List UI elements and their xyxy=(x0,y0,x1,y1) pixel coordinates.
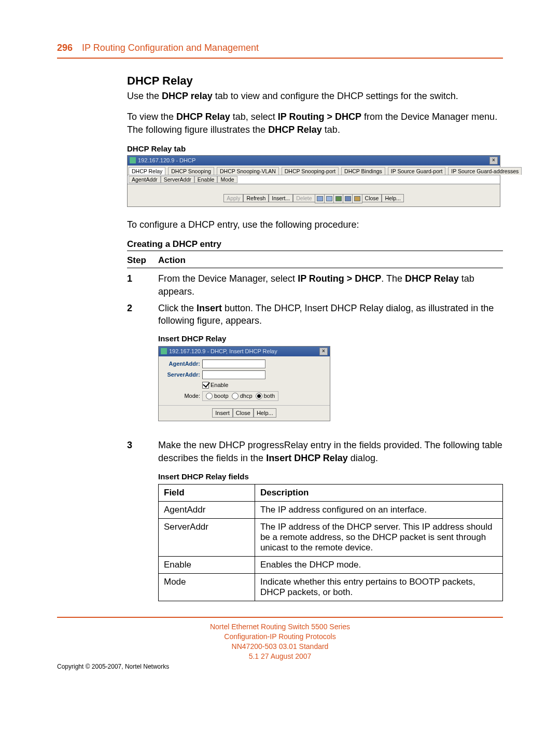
intro-para-3: To configure a DHCP entry, use the follo… xyxy=(127,218,503,231)
field-desc: Indicate whether this entry pertains to … xyxy=(255,574,502,601)
step-number: 3 xyxy=(127,439,158,601)
th-description: Description xyxy=(255,485,502,502)
tab-dhcp-bindings[interactable]: DHCP Bindings xyxy=(341,167,385,175)
step-2: 2 Click the Insert button. The DHCP, Ins… xyxy=(127,302,503,435)
table-row: AgentAddr The IP address configured on a… xyxy=(159,502,503,519)
footer-line-4: 5.1 27 August 2007 xyxy=(57,652,503,661)
tab-ip-source-guard-addresses[interactable]: IP Source Guard-addresses xyxy=(448,167,522,175)
export-icon[interactable] xyxy=(343,194,353,203)
refresh-button[interactable]: Refresh xyxy=(243,194,269,202)
chapter-title: IP Routing Configuration and Management xyxy=(82,43,259,53)
figure-caption: DHCP Relay tab xyxy=(127,144,503,153)
text: IP Routing > DHCP xyxy=(298,273,381,284)
radio-bootp-label: bootp xyxy=(214,393,229,399)
tab-dhcp-snooping-port[interactable]: DHCP Snooping-port xyxy=(282,167,339,175)
tab-dhcp-snooping-vlan[interactable]: DHCP Snooping-VLAN xyxy=(217,167,279,175)
radio-both[interactable] xyxy=(256,393,262,399)
text: To view the xyxy=(127,112,176,122)
th-field: Field xyxy=(159,485,255,502)
col-agentaddr[interactable]: AgentAddr xyxy=(129,176,161,183)
text: DHCP relay xyxy=(162,91,213,101)
tab-ip-source-guard-port[interactable]: IP Source Guard-port xyxy=(388,167,446,175)
serveraddr-input[interactable] xyxy=(202,370,265,379)
footer-line-1: Nortel Ethernet Routing Switch 5500 Seri… xyxy=(57,622,503,632)
rule xyxy=(127,268,503,268)
intro-para-1: Use the DHCP relay tab to view and confi… xyxy=(127,90,503,102)
text: Click the xyxy=(158,303,197,313)
window-title: 192.167.120.9 - DHCP xyxy=(138,157,195,163)
text: From the Device Manager, select xyxy=(158,273,298,284)
content-column: DHCP Relay Use the DHCP relay tab to vie… xyxy=(127,74,503,601)
close-button[interactable]: × xyxy=(489,157,498,164)
page-number: 296 xyxy=(57,43,73,53)
running-header: 296 IP Routing Configuration and Managem… xyxy=(57,43,503,58)
table-row: Enable Enables the DHCP mode. xyxy=(159,557,503,574)
doc-page: 296 IP Routing Configuration and Managem… xyxy=(0,0,560,691)
table-caption: Insert DHCP Relay fields xyxy=(158,472,503,482)
close-button[interactable]: Close xyxy=(362,194,382,202)
table-body xyxy=(128,184,500,189)
dialog-buttons: InsertCloseHelp... xyxy=(159,405,330,421)
agentaddr-input[interactable] xyxy=(202,359,265,368)
col-enable[interactable]: Enable xyxy=(194,176,218,183)
close-button[interactable]: × xyxy=(319,348,328,355)
footer-line-3: NN47200-503 03.01 Standard xyxy=(57,642,503,652)
agentaddr-label: AgentAddr: xyxy=(163,360,200,368)
tab-dhcp-snooping[interactable]: DHCP Snooping xyxy=(168,167,214,175)
text: tab, select xyxy=(230,112,278,122)
tab-dhcp-relay[interactable]: DHCP Relay xyxy=(129,167,165,175)
button-row: ApplyRefreshInsert...DeleteCloseHelp... xyxy=(128,189,500,206)
text: tab to view and configure the DHCP setti… xyxy=(213,91,458,101)
paste-icon[interactable] xyxy=(324,194,334,203)
text: Insert xyxy=(197,303,222,313)
insert-button[interactable]: Insert... xyxy=(269,194,293,202)
print-icon[interactable] xyxy=(352,194,362,203)
enable-label: Enable xyxy=(211,382,228,388)
delete-button[interactable]: Delete xyxy=(293,194,315,202)
text: DHCP Relay xyxy=(176,112,230,122)
figure-caption: Insert DHCP Relay xyxy=(158,334,503,344)
insert-button[interactable]: Insert xyxy=(212,408,233,418)
undo-icon[interactable] xyxy=(333,194,344,203)
rule xyxy=(127,251,503,251)
col-mode[interactable]: Mode xyxy=(217,176,237,183)
mode-radio-group: bootp dhcp both xyxy=(202,391,278,401)
step-text: Make the new DHCP progressRelay entry in… xyxy=(158,439,503,601)
dhcp-relay-window: 192.167.120.9 - DHCP × DHCP Relay DHCP S… xyxy=(127,155,500,207)
mode-label: Mode: xyxy=(163,392,200,400)
step-3: 3 Make the new DHCP progressRelay entry … xyxy=(127,439,503,601)
step-text: Click the Insert button. The DHCP, Inser… xyxy=(158,302,503,435)
copy-icon[interactable] xyxy=(315,194,325,203)
field-name: Mode xyxy=(159,574,255,601)
radio-bootp[interactable] xyxy=(206,393,213,399)
radio-dhcp[interactable] xyxy=(232,393,239,399)
step-number: 1 xyxy=(127,272,158,298)
table-row: ServerAddr The IP address of the DHCP se… xyxy=(159,519,503,557)
text: dialog. xyxy=(348,453,378,463)
help-button[interactable]: Help... xyxy=(254,408,276,418)
copyright: Copyright © 2005-2007, Nortel Networks xyxy=(57,662,503,671)
radio-both-label: both xyxy=(264,393,275,399)
text: DHCP Relay xyxy=(405,273,459,284)
procedure-header: Step Action xyxy=(127,253,503,268)
step-text: From the Device Manager, select IP Routi… xyxy=(158,272,503,298)
intro-para-2: To view the DHCP Relay tab, select IP Ro… xyxy=(127,110,503,136)
close-button[interactable]: Close xyxy=(233,408,254,418)
window-icon xyxy=(130,157,136,163)
apply-button[interactable]: Apply xyxy=(223,194,243,202)
step-number: 2 xyxy=(127,302,158,435)
help-button[interactable]: Help... xyxy=(382,194,403,202)
text: . The xyxy=(381,273,405,284)
footer: Nortel Ethernet Routing Switch 5500 Seri… xyxy=(57,618,503,671)
window-titlebar: 192.167.120.9 - DHCP × xyxy=(128,156,500,165)
text: tab. xyxy=(322,125,340,135)
procedure-title: Creating a DHCP entry xyxy=(127,239,503,250)
header-rule xyxy=(57,58,503,59)
step-header: Step xyxy=(127,255,158,266)
col-serveraddr[interactable]: ServerAddr xyxy=(161,176,194,183)
column-headers: AgentAddrServerAddrEnableMode xyxy=(128,175,500,184)
window-icon xyxy=(161,348,167,354)
window-titlebar: 192.167.120.9 - DHCP, Insert DHCP Relay … xyxy=(159,347,330,356)
tab-strip: DHCP Relay DHCP Snooping DHCP Snooping-V… xyxy=(128,165,500,175)
enable-checkbox[interactable] xyxy=(202,382,209,389)
